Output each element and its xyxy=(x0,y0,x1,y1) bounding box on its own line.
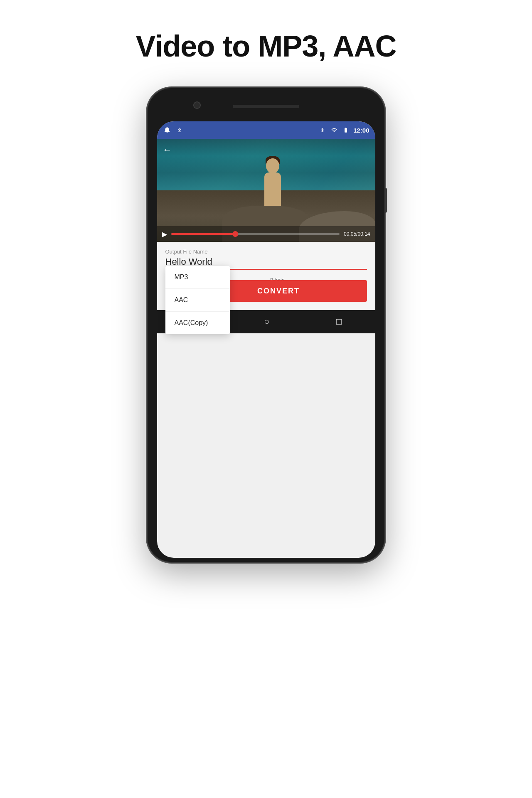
download-icon xyxy=(175,126,184,134)
phone-camera xyxy=(193,101,201,109)
phone-screen: 12:00 ← ▶ xyxy=(157,121,375,558)
phone-speaker xyxy=(233,105,299,108)
page-title: Video to MP3, AAC xyxy=(135,29,396,63)
bottom-panel: Output File Name Format MP3 ▾ Bitrate 12… xyxy=(157,242,375,310)
progress-bar-fill xyxy=(171,233,235,235)
person-silhouette xyxy=(256,152,289,206)
nav-home-icon[interactable]: ○ xyxy=(264,316,269,327)
signal-icon xyxy=(330,126,338,134)
bluetooth-icon xyxy=(318,126,327,134)
person-head xyxy=(266,158,279,173)
nav-recent-icon[interactable]: □ xyxy=(336,316,342,327)
phone-shell: 12:00 ← ▶ xyxy=(148,88,384,562)
dropdown-item-aac[interactable]: AAC xyxy=(165,289,230,312)
time-display: 00:05/00:14 xyxy=(344,231,370,237)
dropdown-item-mp3[interactable]: MP3 xyxy=(165,266,230,289)
status-bar: 12:00 xyxy=(157,121,375,139)
status-time: 12:00 xyxy=(353,127,369,134)
progress-bar[interactable] xyxy=(171,233,340,235)
notification-icon xyxy=(163,126,171,134)
battery-icon xyxy=(342,126,350,134)
person-body xyxy=(264,172,281,206)
status-right-icons: 12:00 xyxy=(318,126,369,134)
dropdown-item-aac-copy[interactable]: AAC(Copy) xyxy=(165,312,230,334)
output-file-label: Output File Name xyxy=(165,249,367,255)
format-dropdown-menu: MP3 AAC AAC(Copy) xyxy=(165,266,230,334)
video-section: ← ▶ 00:05/00:14 xyxy=(157,139,375,242)
progress-dot xyxy=(232,231,238,237)
play-button[interactable]: ▶ xyxy=(162,230,167,238)
back-button[interactable]: ← xyxy=(163,145,172,155)
status-left-icons xyxy=(163,126,184,134)
phone-side-button xyxy=(384,188,387,213)
video-controls: ▶ 00:05/00:14 xyxy=(157,226,375,242)
